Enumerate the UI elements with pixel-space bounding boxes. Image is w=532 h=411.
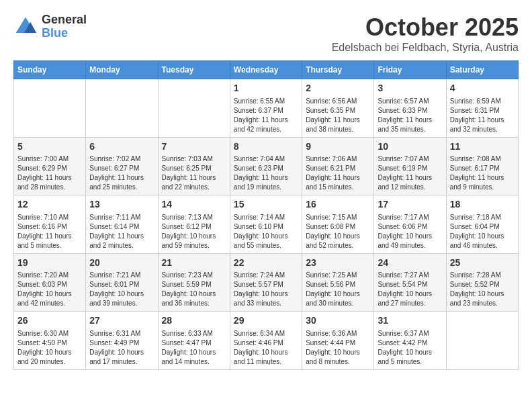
calendar-table: SundayMondayTuesdayWednesdayThursdayFrid… bbox=[13, 60, 519, 370]
weekday-header-row: SundayMondayTuesdayWednesdayThursdayFrid… bbox=[14, 61, 519, 79]
calendar-cell bbox=[446, 312, 518, 370]
calendar-cell: 19Sunrise: 7:20 AMSunset: 6:03 PMDayligh… bbox=[14, 253, 86, 312]
weekday-header: Sunday bbox=[14, 61, 86, 79]
day-number: 9 bbox=[306, 140, 370, 154]
calendar-cell: 22Sunrise: 7:24 AMSunset: 5:57 PMDayligh… bbox=[230, 253, 302, 312]
month-title: October 2025 bbox=[332, 13, 519, 42]
cell-content: Sunrise: 7:21 AMSunset: 6:01 PMDaylight:… bbox=[89, 271, 154, 308]
calendar-cell: 4Sunrise: 6:59 AMSunset: 6:31 PMDaylight… bbox=[446, 79, 518, 138]
logo-general-text: General bbox=[42, 13, 87, 27]
cell-content: Sunrise: 7:25 AMSunset: 5:56 PMDaylight:… bbox=[306, 271, 370, 308]
logo: General Blue bbox=[13, 13, 87, 40]
calendar-cell: 5Sunrise: 7:00 AMSunset: 6:29 PMDaylight… bbox=[14, 137, 86, 195]
cell-content: Sunrise: 6:37 AMSunset: 4:42 PMDaylight:… bbox=[378, 329, 442, 367]
calendar-cell: 18Sunrise: 7:18 AMSunset: 6:04 PMDayligh… bbox=[446, 195, 518, 254]
cell-content: Sunrise: 7:11 AMSunset: 6:14 PMDaylight:… bbox=[89, 213, 154, 250]
calendar-cell: 3Sunrise: 6:57 AMSunset: 6:33 PMDaylight… bbox=[374, 79, 446, 138]
weekday-header: Friday bbox=[374, 61, 446, 79]
cell-content: Sunrise: 7:24 AMSunset: 5:57 PMDaylight:… bbox=[234, 271, 298, 308]
day-number: 21 bbox=[162, 257, 226, 270]
day-number: 7 bbox=[162, 140, 226, 154]
day-number: 14 bbox=[162, 198, 226, 212]
calendar-cell: 27Sunrise: 6:31 AMSunset: 4:49 PMDayligh… bbox=[86, 312, 158, 370]
day-number: 29 bbox=[234, 314, 298, 328]
cell-content: Sunrise: 7:03 AMSunset: 6:25 PMDaylight:… bbox=[162, 154, 226, 192]
cell-content: Sunrise: 7:06 AMSunset: 6:21 PMDaylight:… bbox=[306, 154, 370, 192]
calendar-cell: 15Sunrise: 7:14 AMSunset: 6:10 PMDayligh… bbox=[230, 195, 302, 254]
calendar-cell: 2Sunrise: 6:56 AMSunset: 6:35 PMDaylight… bbox=[302, 79, 374, 138]
calendar-cell bbox=[158, 79, 230, 138]
day-number: 28 bbox=[162, 314, 226, 328]
calendar-week-row: 1Sunrise: 6:55 AMSunset: 6:37 PMDaylight… bbox=[14, 79, 519, 138]
calendar-week-row: 5Sunrise: 7:00 AMSunset: 6:29 PMDaylight… bbox=[14, 137, 519, 195]
cell-content: Sunrise: 6:57 AMSunset: 6:33 PMDaylight:… bbox=[378, 97, 442, 134]
calendar-week-row: 19Sunrise: 7:20 AMSunset: 6:03 PMDayligh… bbox=[14, 253, 519, 312]
calendar-cell: 17Sunrise: 7:17 AMSunset: 6:06 PMDayligh… bbox=[374, 195, 446, 254]
calendar-cell: 13Sunrise: 7:11 AMSunset: 6:14 PMDayligh… bbox=[86, 195, 158, 254]
day-number: 2 bbox=[306, 82, 370, 95]
calendar-week-row: 12Sunrise: 7:10 AMSunset: 6:16 PMDayligh… bbox=[14, 195, 519, 254]
day-number: 11 bbox=[450, 140, 515, 154]
day-number: 22 bbox=[234, 257, 298, 270]
cell-content: Sunrise: 7:27 AMSunset: 5:54 PMDaylight:… bbox=[378, 271, 442, 308]
calendar-week-row: 26Sunrise: 6:30 AMSunset: 4:50 PMDayligh… bbox=[14, 312, 519, 370]
calendar-cell: 21Sunrise: 7:23 AMSunset: 5:59 PMDayligh… bbox=[158, 253, 230, 312]
calendar-cell: 16Sunrise: 7:15 AMSunset: 6:08 PMDayligh… bbox=[302, 195, 374, 254]
calendar-cell: 12Sunrise: 7:10 AMSunset: 6:16 PMDayligh… bbox=[14, 195, 86, 254]
cell-content: Sunrise: 6:30 AMSunset: 4:50 PMDaylight:… bbox=[17, 329, 82, 367]
calendar-cell: 28Sunrise: 6:33 AMSunset: 4:47 PMDayligh… bbox=[158, 312, 230, 370]
day-number: 13 bbox=[89, 198, 154, 212]
logo-icon bbox=[13, 15, 38, 39]
cell-content: Sunrise: 7:14 AMSunset: 6:10 PMDaylight:… bbox=[234, 213, 298, 250]
calendar-cell: 8Sunrise: 7:04 AMSunset: 6:23 PMDaylight… bbox=[230, 137, 302, 195]
day-number: 16 bbox=[306, 198, 370, 212]
calendar-cell: 10Sunrise: 7:07 AMSunset: 6:19 PMDayligh… bbox=[374, 137, 446, 195]
cell-content: Sunrise: 7:23 AMSunset: 5:59 PMDaylight:… bbox=[162, 271, 226, 308]
day-number: 17 bbox=[378, 198, 442, 212]
day-number: 19 bbox=[17, 257, 82, 270]
weekday-header: Tuesday bbox=[158, 61, 230, 79]
calendar-cell: 9Sunrise: 7:06 AMSunset: 6:21 PMDaylight… bbox=[302, 137, 374, 195]
calendar-cell: 20Sunrise: 7:21 AMSunset: 6:01 PMDayligh… bbox=[86, 253, 158, 312]
cell-content: Sunrise: 6:34 AMSunset: 4:46 PMDaylight:… bbox=[234, 329, 298, 367]
cell-content: Sunrise: 7:08 AMSunset: 6:17 PMDaylight:… bbox=[450, 154, 515, 192]
calendar-cell: 29Sunrise: 6:34 AMSunset: 4:46 PMDayligh… bbox=[230, 312, 302, 370]
cell-content: Sunrise: 7:02 AMSunset: 6:27 PMDaylight:… bbox=[89, 154, 154, 192]
day-number: 23 bbox=[306, 257, 370, 270]
day-number: 26 bbox=[17, 314, 82, 328]
calendar-cell: 31Sunrise: 6:37 AMSunset: 4:42 PMDayligh… bbox=[374, 312, 446, 370]
cell-content: Sunrise: 7:20 AMSunset: 6:03 PMDaylight:… bbox=[17, 271, 82, 308]
calendar-cell: 6Sunrise: 7:02 AMSunset: 6:27 PMDaylight… bbox=[86, 137, 158, 195]
location-subtitle: Edelsbach bei Feldbach, Styria, Austria bbox=[332, 42, 519, 54]
cell-content: Sunrise: 7:15 AMSunset: 6:08 PMDaylight:… bbox=[306, 213, 370, 250]
logo-text: General Blue bbox=[42, 13, 87, 40]
calendar-cell: 11Sunrise: 7:08 AMSunset: 6:17 PMDayligh… bbox=[446, 137, 518, 195]
day-number: 27 bbox=[89, 314, 154, 328]
cell-content: Sunrise: 7:00 AMSunset: 6:29 PMDaylight:… bbox=[17, 154, 82, 192]
weekday-header: Monday bbox=[86, 61, 158, 79]
day-number: 8 bbox=[234, 140, 298, 154]
calendar-cell: 1Sunrise: 6:55 AMSunset: 6:37 PMDaylight… bbox=[230, 79, 302, 138]
day-number: 10 bbox=[378, 140, 442, 154]
weekday-header: Thursday bbox=[302, 61, 374, 79]
cell-content: Sunrise: 6:31 AMSunset: 4:49 PMDaylight:… bbox=[89, 329, 154, 367]
cell-content: Sunrise: 7:10 AMSunset: 6:16 PMDaylight:… bbox=[17, 213, 82, 250]
day-number: 20 bbox=[89, 257, 154, 270]
day-number: 6 bbox=[89, 140, 154, 154]
title-block: October 2025 Edelsbach bei Feldbach, Sty… bbox=[332, 13, 519, 54]
day-number: 25 bbox=[450, 257, 515, 270]
day-number: 1 bbox=[234, 82, 298, 95]
day-number: 31 bbox=[378, 314, 442, 328]
cell-content: Sunrise: 7:04 AMSunset: 6:23 PMDaylight:… bbox=[234, 154, 298, 192]
calendar-cell: 25Sunrise: 7:28 AMSunset: 5:52 PMDayligh… bbox=[446, 253, 518, 312]
calendar-cell: 14Sunrise: 7:13 AMSunset: 6:12 PMDayligh… bbox=[158, 195, 230, 254]
cell-content: Sunrise: 6:59 AMSunset: 6:31 PMDaylight:… bbox=[450, 97, 515, 134]
day-number: 3 bbox=[378, 82, 442, 95]
day-number: 5 bbox=[17, 140, 82, 154]
calendar-cell bbox=[14, 79, 86, 138]
calendar-cell: 24Sunrise: 7:27 AMSunset: 5:54 PMDayligh… bbox=[374, 253, 446, 312]
calendar-cell: 23Sunrise: 7:25 AMSunset: 5:56 PMDayligh… bbox=[302, 253, 374, 312]
cell-content: Sunrise: 7:17 AMSunset: 6:06 PMDaylight:… bbox=[378, 213, 442, 250]
day-number: 15 bbox=[234, 198, 298, 212]
calendar-cell: 30Sunrise: 6:36 AMSunset: 4:44 PMDayligh… bbox=[302, 312, 374, 370]
